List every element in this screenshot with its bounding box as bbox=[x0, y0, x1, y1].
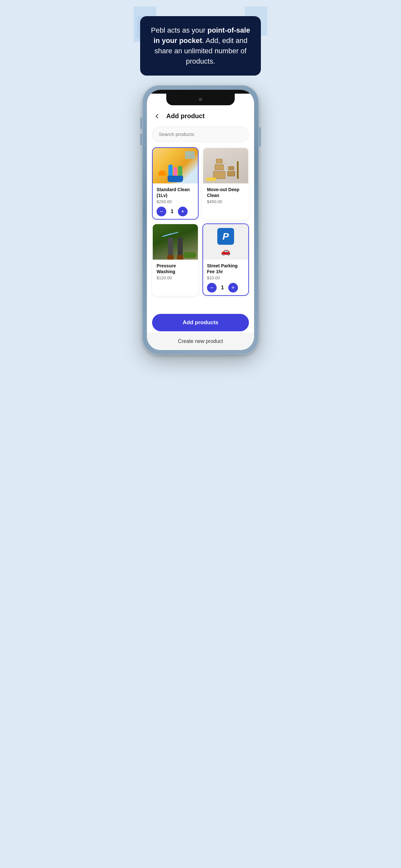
create-new-product-button[interactable]: Create new product bbox=[147, 333, 254, 350]
decrease-qty-button[interactable]: − bbox=[157, 207, 166, 216]
product-image-moving bbox=[203, 148, 248, 183]
quantity-control-parking: − 1 + bbox=[207, 283, 244, 292]
app-header: Add product bbox=[147, 105, 254, 124]
phone-outer: Add product bbox=[143, 85, 258, 355]
car-icon: 🚗 bbox=[221, 247, 230, 256]
product-info-moveout: Move-out Deep Clean $450.00 bbox=[203, 183, 248, 209]
product-name: Move-out Deep Clean bbox=[207, 187, 244, 198]
product-price: $10.00 bbox=[207, 275, 244, 280]
increase-qty-button[interactable]: + bbox=[178, 207, 188, 216]
spacer bbox=[147, 301, 254, 314]
search-container bbox=[147, 124, 254, 146]
decrease-parking-qty-button[interactable]: − bbox=[207, 283, 217, 292]
parking-p-letter: P bbox=[222, 231, 229, 242]
product-name: Standard Clean (1Lv) bbox=[157, 187, 194, 198]
increase-parking-qty-button[interactable]: + bbox=[228, 283, 238, 292]
product-image-parking: P 🚗 bbox=[203, 224, 248, 259]
product-info-standard-clean: Standard Clean (1Lv) $250.00 − 1 + bbox=[153, 183, 198, 219]
product-name: Street Parking Fee 1hr bbox=[207, 263, 244, 275]
phone-screen: Add product bbox=[147, 105, 254, 350]
product-name: Pressure Washing bbox=[157, 263, 194, 275]
product-card-street-parking[interactable]: P 🚗 Street Parking Fee 1hr $10.00 − 1 bbox=[203, 223, 249, 296]
product-price: $450.00 bbox=[207, 199, 244, 204]
volume-up-button bbox=[141, 118, 142, 129]
phone-mockup: Add product bbox=[143, 85, 258, 355]
products-grid: Standard Clean (1Lv) $250.00 − 1 + bbox=[147, 146, 254, 301]
back-button[interactable] bbox=[153, 112, 162, 121]
product-image-cleaning bbox=[153, 148, 198, 183]
product-info-pressure: Pressure Washing $120.00 bbox=[153, 259, 198, 285]
hero-card: Pebl acts as your point-of-sale in your … bbox=[140, 16, 261, 75]
quantity-value: 1 bbox=[169, 209, 175, 214]
parking-quantity-value: 1 bbox=[220, 285, 225, 290]
phone-inner: Add product bbox=[147, 90, 254, 350]
phone-notch bbox=[166, 94, 235, 105]
product-image-pressure bbox=[153, 224, 198, 259]
product-price: $120.00 bbox=[157, 275, 194, 280]
product-card-moveout-clean[interactable]: Move-out Deep Clean $450.00 bbox=[203, 147, 249, 220]
back-chevron-icon bbox=[156, 114, 160, 118]
page-title: Add product bbox=[166, 113, 205, 120]
hero-text: Pebl acts as your point-of-sale in your … bbox=[150, 25, 251, 66]
product-price: $250.00 bbox=[157, 199, 194, 204]
bottom-actions: Add products bbox=[147, 314, 254, 333]
product-card-standard-clean[interactable]: Standard Clean (1Lv) $250.00 − 1 + bbox=[152, 147, 198, 220]
search-input[interactable] bbox=[152, 127, 249, 142]
add-products-button[interactable]: Add products bbox=[152, 314, 249, 331]
quantity-control: − 1 + bbox=[157, 207, 194, 216]
product-card-pressure-washing[interactable]: Pressure Washing $120.00 bbox=[152, 223, 198, 296]
page-wrapper: Pebl acts as your point-of-sale in your … bbox=[134, 6, 267, 354]
power-button bbox=[259, 127, 260, 147]
product-info-parking: Street Parking Fee 1hr $10.00 − 1 + bbox=[203, 259, 248, 295]
volume-down-button bbox=[141, 134, 142, 145]
front-camera bbox=[199, 98, 202, 101]
